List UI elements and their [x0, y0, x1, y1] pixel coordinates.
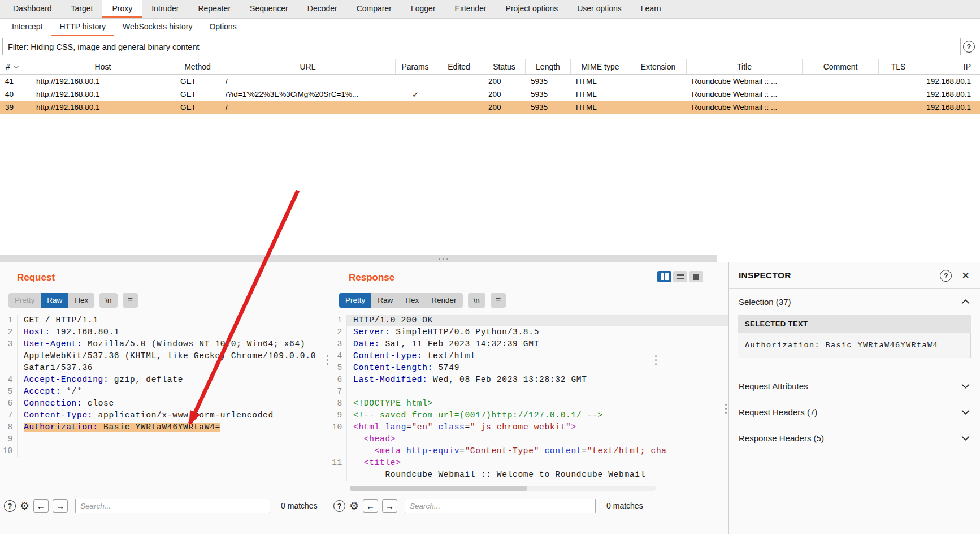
- menu-tab-project-options[interactable]: Project options: [496, 0, 568, 18]
- filter-help-icon[interactable]: ?: [963, 41, 975, 53]
- column-header-extension[interactable]: Extension: [630, 59, 687, 74]
- inspector-sections: Selection (37)SELECTED TEXTAuthorization…: [729, 289, 980, 451]
- message-editor-region: Request PrettyRawHex\n≡ 1GET / HTTP/1.12…: [0, 262, 980, 534]
- tab-render[interactable]: Render: [425, 293, 462, 308]
- divider: [729, 451, 980, 451]
- cell-method: GET: [175, 88, 220, 101]
- search-prev-button[interactable]: ←: [363, 499, 378, 513]
- gear-icon[interactable]: ⚙: [20, 501, 29, 511]
- table-row-40[interactable]: 40http://192.168.80.1GET/?id=1'%22%3E%3C…: [0, 88, 980, 101]
- column-header-num[interactable]: #: [0, 59, 31, 74]
- column-header-host[interactable]: Host: [31, 59, 175, 74]
- column-header-comment[interactable]: Comment: [803, 59, 879, 74]
- selection-body: SELECTED TEXTAuthorization: Basic YWRtaW…: [729, 315, 980, 373]
- scrollbar-thumb[interactable]: [350, 486, 527, 491]
- column-header-method[interactable]: Method: [175, 59, 220, 74]
- request-search-input[interactable]: [75, 499, 270, 513]
- response-line-3: 3Date: Sat, 11 Feb 2023 14:32:39 GMT: [329, 338, 728, 350]
- table-row-41[interactable]: 41http://192.168.80.1GET/2005935HTMLRoun…: [0, 75, 980, 88]
- column-header-length[interactable]: Length: [526, 59, 571, 74]
- response-line-14: Roundcube Webmail :: Welcome to Roundcub…: [329, 469, 728, 481]
- menu-tab-intruder[interactable]: Intruder: [142, 0, 188, 18]
- menu-tab-dashboard[interactable]: Dashboard: [3, 0, 62, 18]
- column-header-tls[interactable]: TLS: [879, 59, 918, 74]
- response-search-input[interactable]: [405, 499, 596, 513]
- menu-tab-sequencer[interactable]: Sequencer: [240, 0, 298, 18]
- proxy-submenu-bar: InterceptHTTP historyWebSockets historyO…: [0, 19, 980, 36]
- column-header-edited[interactable]: Edited: [435, 59, 483, 74]
- request-panel: Request PrettyRawHex\n≡ 1GET / HTTP/1.12…: [0, 262, 329, 534]
- search-prev-button[interactable]: ←: [33, 499, 49, 513]
- cell-host: http://192.168.80.1: [31, 88, 175, 101]
- inspector-help-icon[interactable]: ?: [940, 270, 952, 282]
- menu-tab-logger[interactable]: Logger: [401, 0, 445, 18]
- column-header-ip[interactable]: IP: [918, 59, 980, 74]
- cell-length: 5935: [526, 101, 571, 114]
- gear-icon[interactable]: ⚙: [349, 501, 359, 511]
- cell-tls: [879, 75, 918, 88]
- menu-tab-comparer[interactable]: Comparer: [347, 0, 401, 18]
- column-header-mime-type[interactable]: MIME type: [571, 59, 630, 74]
- response-line-5: 5Content-Length: 5749: [329, 362, 728, 374]
- layout-rows-button[interactable]: [673, 271, 687, 282]
- inspector-divider-grip-icon[interactable]: [725, 404, 727, 406]
- response-editor[interactable]: 1HTTP/1.0 200 OK2Server: SimpleHTTP/0.6 …: [329, 315, 728, 486]
- horizontal-splitter[interactable]: [0, 255, 717, 262]
- cell-status: 200: [483, 75, 526, 88]
- tab-pretty[interactable]: Pretty: [339, 293, 371, 308]
- layout-single-button[interactable]: [689, 271, 703, 282]
- search-next-button[interactable]: →: [382, 499, 397, 513]
- response-divider-grip-icon[interactable]: [655, 355, 657, 357]
- menu-tab-proxy[interactable]: Proxy: [102, 0, 142, 18]
- inspector-section-response-headers-5[interactable]: Response Headers (5): [729, 425, 980, 451]
- tab-raw[interactable]: Raw: [41, 293, 68, 308]
- cell-comment: [803, 75, 879, 88]
- inspector-section-request-headers-7[interactable]: Request Headers (7): [729, 399, 980, 425]
- subtab-intercept[interactable]: Intercept: [3, 19, 51, 36]
- request-response-divider-grip-icon[interactable]: [327, 355, 328, 357]
- column-header-title[interactable]: Title: [687, 59, 803, 74]
- response-line-7: 7: [329, 386, 728, 398]
- search-next-button[interactable]: →: [53, 499, 68, 513]
- subtab-options[interactable]: Options: [201, 19, 245, 36]
- inspector-close-icon[interactable]: ✕: [961, 270, 970, 282]
- request-line-3: 3User-Agent: Mozilla/5.0 (Windows NT 10.…: [0, 338, 329, 374]
- editor-menu-icon[interactable]: ≡: [123, 293, 138, 308]
- column-header-params[interactable]: Params: [396, 59, 435, 74]
- cell-length: 5935: [526, 88, 571, 101]
- cell-ip: 192.168.80.1: [918, 101, 980, 114]
- menu-tab-decoder[interactable]: Decoder: [298, 0, 347, 18]
- menu-tab-learn[interactable]: Learn: [631, 0, 671, 18]
- inspector-section-selection-37[interactable]: Selection (37): [729, 289, 980, 315]
- help-icon[interactable]: ?: [4, 500, 16, 512]
- menu-tab-repeater[interactable]: Repeater: [188, 0, 240, 18]
- menu-tab-target[interactable]: Target: [62, 0, 103, 18]
- cell-title: Roundcube Webmail :: ...: [687, 75, 803, 88]
- filter-bar[interactable]: Filter: Hiding CSS, image and general bi…: [2, 38, 961, 55]
- table-row-39[interactable]: 39http://192.168.80.1GET/2005935HTMLRoun…: [0, 101, 980, 114]
- menu-tab-user-options[interactable]: User options: [567, 0, 631, 18]
- tab-hex[interactable]: Hex: [399, 293, 425, 308]
- response-line-11: <head>: [329, 433, 728, 445]
- newline-toggle-button[interactable]: \n: [99, 293, 117, 308]
- tab-raw[interactable]: Raw: [371, 293, 399, 308]
- layout-columns-button[interactable]: [657, 271, 671, 282]
- cell-comment: [803, 88, 879, 101]
- help-icon[interactable]: ?: [333, 500, 345, 512]
- column-header-url[interactable]: URL: [220, 59, 396, 74]
- menu-tab-extender[interactable]: Extender: [445, 0, 496, 18]
- newline-toggle-button[interactable]: \n: [468, 293, 485, 308]
- cell-title: Roundcube Webmail :: ...: [687, 101, 803, 114]
- editor-menu-icon[interactable]: ≡: [491, 293, 506, 308]
- subtab-websockets-history[interactable]: WebSockets history: [114, 19, 201, 36]
- cell-num: 41: [0, 75, 31, 88]
- column-header-status[interactable]: Status: [483, 59, 526, 74]
- chevron-down-icon: [961, 436, 970, 441]
- subtab-http-history[interactable]: HTTP history: [51, 19, 114, 36]
- tab-hex[interactable]: Hex: [68, 293, 94, 308]
- request-editor[interactable]: 1GET / HTTP/1.12Host: 192.168.80.13User-…: [0, 315, 329, 486]
- tab-pretty[interactable]: Pretty: [8, 293, 41, 308]
- inspector-section-request-attributes[interactable]: Request Attributes: [729, 373, 980, 399]
- cell-title: Roundcube Webmail :: ...: [687, 88, 803, 101]
- response-horizontal-scrollbar[interactable]: [350, 486, 656, 491]
